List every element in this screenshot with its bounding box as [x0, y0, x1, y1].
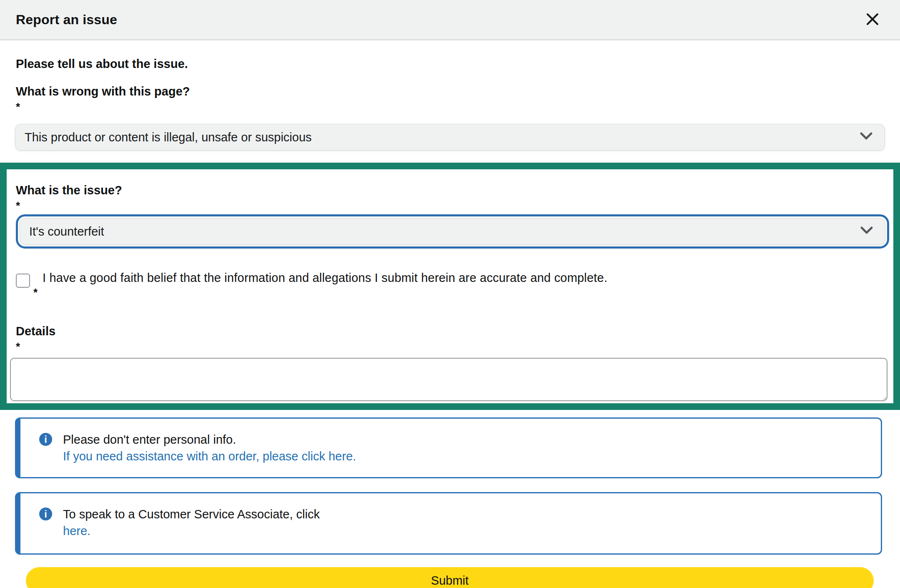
required-marker: *	[16, 340, 889, 353]
modal-title: Report an issue	[16, 12, 117, 28]
customer-service-notice: i To speak to a Customer Service Associa…	[15, 492, 882, 555]
intro-text: Please tell us about the issue.	[16, 55, 900, 72]
page-issue-select-value: This product or content is illegal, unsa…	[25, 131, 312, 144]
details-textarea[interactable]	[10, 358, 887, 401]
close-icon	[864, 11, 881, 29]
notice-text: To speak to a Customer Service Associate…	[63, 506, 320, 523]
close-button[interactable]	[862, 8, 883, 31]
required-marker: *	[16, 101, 900, 113]
page-issue-select[interactable]: This product or content is illegal, unsa…	[15, 124, 885, 151]
customer-service-link[interactable]: here.	[63, 523, 868, 539]
report-issue-modal: Report an issue Please tell us about the…	[0, 0, 900, 588]
required-marker: *	[33, 286, 607, 299]
good-faith-checkbox[interactable]	[16, 274, 30, 288]
issue-select[interactable]: It's counterfeit	[20, 218, 885, 245]
submit-button[interactable]: Submit	[26, 567, 874, 588]
highlighted-issue-section: What is the issue? * It's counterfeit I …	[0, 163, 900, 410]
issue-select-focus-ring: It's counterfeit	[16, 214, 889, 249]
modal-body: Please tell us about the issue. What is …	[0, 40, 900, 588]
chevron-down-icon	[860, 132, 873, 143]
good-faith-texts: I have a good faith belief that the info…	[43, 269, 607, 299]
order-assistance-link[interactable]: If you need assistance with an order, pl…	[63, 448, 868, 465]
good-faith-label: I have a good faith belief that the info…	[43, 269, 607, 286]
issue-label: What is the issue?	[16, 182, 889, 199]
modal-header: Report an issue	[0, 0, 900, 40]
notice-row: i Please don't enter personal info.	[39, 431, 868, 448]
issue-select-value: It's counterfeit	[29, 225, 104, 239]
required-marker: *	[16, 199, 889, 212]
personal-info-notice: i Please don't enter personal info. If y…	[15, 417, 882, 478]
notice-row: i To speak to a Customer Service Associa…	[39, 506, 868, 523]
page-issue-label: What is wrong with this page?	[16, 83, 900, 100]
details-label: Details	[16, 323, 889, 339]
good-faith-row: I have a good faith belief that the info…	[16, 269, 889, 299]
info-icon: i	[39, 433, 52, 446]
info-icon: i	[39, 508, 52, 520]
chevron-down-icon	[860, 226, 873, 237]
notice-text: Please don't enter personal info.	[63, 431, 236, 448]
